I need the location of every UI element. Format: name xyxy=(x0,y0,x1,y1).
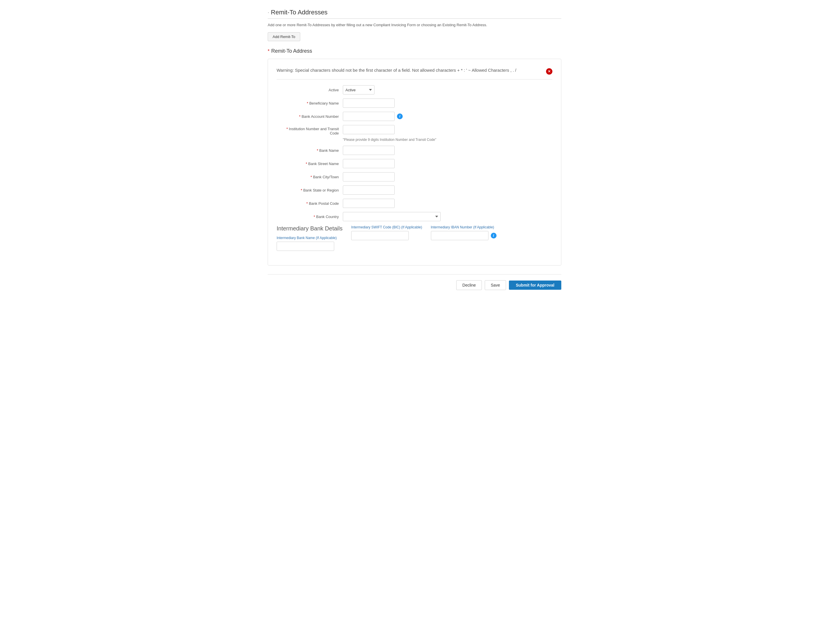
bank-country-label: * Bank Country xyxy=(277,215,343,219)
iban-info-icon[interactable] xyxy=(491,233,496,238)
bank-country-row: * Bank Country xyxy=(277,212,552,221)
bank-state-row: * Bank State or Region xyxy=(277,185,552,195)
bank-country-field xyxy=(343,212,552,221)
remit-address-required-star: * xyxy=(268,49,270,54)
intermediary-bank-name-section: Intermediary Bank Name (If Applicable) xyxy=(277,236,342,251)
bank-city-input[interactable] xyxy=(343,172,395,182)
bank-account-number-label: * Bank Account Number xyxy=(277,114,343,119)
active-select[interactable]: Active Inactive xyxy=(343,85,375,95)
beneficiary-name-field xyxy=(343,98,552,108)
bank-state-field xyxy=(343,185,552,195)
bank-name-field xyxy=(343,146,552,155)
institution-number-row: * Institution Number and Transit Code "P… xyxy=(277,125,552,142)
beneficiary-name-row: * Beneficiary Name xyxy=(277,98,552,108)
intermediary-section: Intermediary Bank Details Intermediary B… xyxy=(277,225,552,257)
active-label: Active xyxy=(277,88,343,92)
iban-field xyxy=(431,231,496,240)
save-button[interactable]: Save xyxy=(485,280,506,290)
iban-input[interactable] xyxy=(431,231,489,240)
bank-account-number-field xyxy=(343,112,552,121)
active-field: Active Inactive xyxy=(343,85,552,95)
beneficiary-name-input[interactable] xyxy=(343,98,395,108)
decline-button[interactable]: Decline xyxy=(456,280,482,290)
add-remit-to-button[interactable]: Add Remit-To xyxy=(268,32,300,41)
iban-label: Intermediary IBAN Number (If Applicable) xyxy=(431,225,496,229)
bank-city-row: * Bank City/Town xyxy=(277,172,552,182)
bank-state-label: * Bank State or Region xyxy=(277,188,343,193)
bank-postal-code-row: * Bank Postal Code xyxy=(277,199,552,208)
swift-code-field xyxy=(351,231,422,240)
remit-to-form-card: Warning: Special characters should not b… xyxy=(268,59,561,265)
warning-text: Warning: Special characters should not b… xyxy=(277,68,543,73)
intermediary-title: Intermediary Bank Details xyxy=(277,225,342,232)
active-row: Active Active Inactive xyxy=(277,85,552,95)
submit-for-approval-button[interactable]: Submit for Approval xyxy=(509,281,561,290)
footer-actions: Decline Save Submit for Approval xyxy=(268,280,561,290)
remit-address-label: * Remit-To Address xyxy=(268,48,561,54)
bank-name-label: * Bank Name xyxy=(277,148,343,153)
bank-name-row: * Bank Name xyxy=(277,146,552,155)
bank-country-select[interactable] xyxy=(343,212,441,221)
bank-street-name-input[interactable] xyxy=(343,159,395,168)
warning-banner: Warning: Special characters should not b… xyxy=(277,65,552,79)
bank-account-number-row: * Bank Account Number xyxy=(277,112,552,121)
bank-state-input[interactable] xyxy=(343,185,395,195)
intermediary-bank-name-input[interactable] xyxy=(277,242,334,251)
section-title: · Remit-To Addresses xyxy=(268,9,561,16)
bank-city-field xyxy=(343,172,552,182)
bank-postal-code-label: * Bank Postal Code xyxy=(277,201,343,206)
bank-city-label: * Bank City/Town xyxy=(277,175,343,179)
institution-number-input[interactable] xyxy=(343,125,395,134)
swift-code-input[interactable] xyxy=(351,231,409,240)
section-description: Add one or more Remit-To Addresses by ei… xyxy=(268,23,561,27)
bank-street-name-row: * Bank Street Name xyxy=(277,159,552,168)
bank-postal-code-input[interactable] xyxy=(343,199,395,208)
bank-account-number-input[interactable] xyxy=(343,112,395,121)
section-title-star: · xyxy=(268,9,269,16)
warning-close-button[interactable] xyxy=(546,68,552,74)
beneficiary-name-label: * Beneficiary Name xyxy=(277,101,343,106)
bank-name-input[interactable] xyxy=(343,146,395,155)
swift-code-label: Intermediary SWIFT Code (BIC) (If Applic… xyxy=(351,225,422,229)
intermediary-bank-name-label: Intermediary Bank Name (If Applicable) xyxy=(277,236,342,240)
bank-street-name-field xyxy=(343,159,552,168)
footer-divider xyxy=(268,274,561,275)
institution-number-label: * Institution Number and Transit Code xyxy=(277,125,343,135)
bank-account-info-icon[interactable] xyxy=(397,114,403,119)
institution-number-hint: "Please provide 9 digits Institution Num… xyxy=(343,138,437,142)
bank-postal-code-field xyxy=(343,199,552,208)
bank-street-name-label: * Bank Street Name xyxy=(277,162,343,166)
institution-number-field: "Please provide 9 digits Institution Num… xyxy=(343,125,552,142)
